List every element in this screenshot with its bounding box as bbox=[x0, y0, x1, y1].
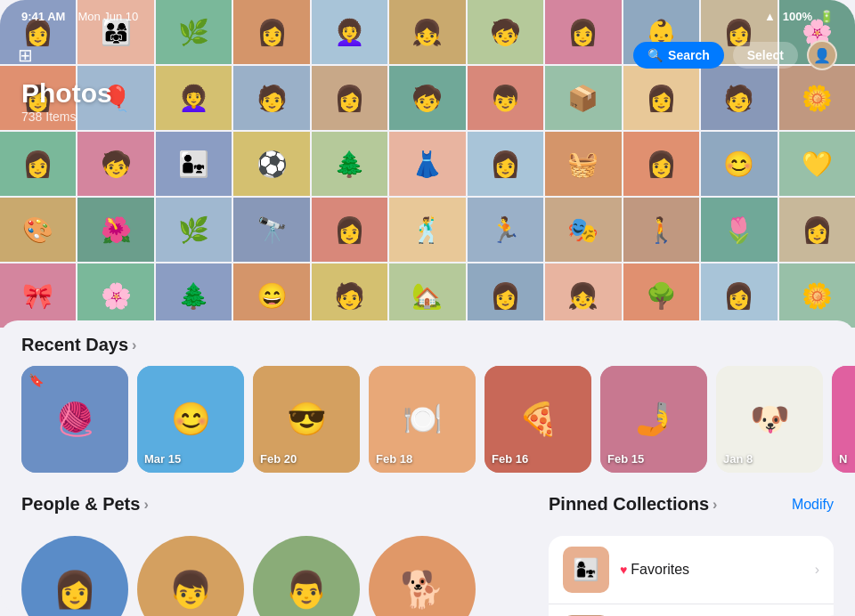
grid-view-button[interactable]: ⊞ bbox=[18, 45, 33, 66]
photo-cell[interactable]: 👧 bbox=[545, 263, 621, 328]
photo-cell[interactable]: 🚶 bbox=[623, 198, 699, 262]
people-pets-chevron: › bbox=[143, 497, 148, 513]
photo-cell[interactable]: 🧑 bbox=[312, 263, 387, 328]
person-item[interactable]: 🐕 Tyl... bbox=[369, 536, 476, 616]
avatar[interactable]: 👤 bbox=[807, 40, 837, 70]
photo-cell[interactable]: 👩 bbox=[779, 198, 855, 262]
pinned-collections-header: Pinned Collections › Modify bbox=[549, 494, 834, 525]
day-card[interactable]: 🎵 N bbox=[832, 366, 855, 473]
day-label: Feb 20 bbox=[260, 452, 297, 466]
bottom-section: Recent Days › 🧶 🔖 😊 Mar 15 😎 Feb 20 🍽️ F… bbox=[0, 320, 855, 616]
photo-cell[interactable]: 🌿 bbox=[156, 198, 232, 262]
person-item[interactable]: 👦 Gi... bbox=[137, 536, 244, 616]
people-pets-header: People & Pets › bbox=[21, 494, 534, 525]
pinned-item-title: ♥Favorites bbox=[620, 562, 804, 578]
day-card[interactable]: 🍽️ Feb 18 bbox=[369, 366, 476, 473]
person-item[interactable]: 👨 Dav... bbox=[253, 536, 360, 616]
person-card[interactable]: 👨 bbox=[253, 536, 360, 616]
status-left: 9:41 AM Mon Jun 10 bbox=[21, 10, 138, 23]
battery-percent: 100% bbox=[783, 10, 812, 23]
photo-cell[interactable]: 🌸 bbox=[77, 263, 153, 328]
recent-days-chevron: › bbox=[132, 337, 136, 353]
photo-cell[interactable]: 👩 bbox=[468, 132, 543, 196]
pinned-list: 👩‍👧 ♥Favorites › 💾 Recently Saved › bbox=[549, 536, 834, 616]
photo-cell[interactable]: 👩 bbox=[468, 263, 543, 328]
photo-cell[interactable]: 👩 bbox=[0, 132, 76, 196]
photo-cell[interactable]: 🧒 bbox=[77, 132, 153, 196]
day-label: Feb 16 bbox=[492, 452, 528, 466]
search-label: Search bbox=[668, 48, 710, 62]
recent-days-scroll[interactable]: 🧶 🔖 😊 Mar 15 😎 Feb 20 🍽️ Feb 18 🍕 Feb 16… bbox=[0, 366, 855, 473]
two-col-section: People & Pets › 👩 👦 Gi... 👨 Dav... 🐕 Tyl… bbox=[0, 494, 855, 616]
people-pets-title[interactable]: People & Pets › bbox=[21, 494, 149, 515]
pinned-collections-chevron: › bbox=[712, 497, 717, 513]
day-card[interactable]: 🧶 🔖 bbox=[21, 366, 128, 473]
bookmark-icon: 🔖 bbox=[28, 373, 44, 387]
day-label: Jan 8 bbox=[723, 452, 753, 466]
photo-cell[interactable]: 🌺 bbox=[77, 198, 153, 262]
photo-cell[interactable]: 🎭 bbox=[545, 198, 621, 262]
day-card[interactable]: 😊 Mar 15 bbox=[137, 366, 244, 473]
photo-cell[interactable]: 🎨 bbox=[0, 198, 76, 262]
photo-cell[interactable]: 🌷 bbox=[701, 198, 777, 262]
search-icon: 🔍 bbox=[647, 48, 663, 62]
photo-cell[interactable]: 😊 bbox=[701, 132, 777, 196]
photo-cell[interactable]: 👩 bbox=[312, 198, 387, 262]
photo-cell[interactable]: 🌼 bbox=[779, 263, 855, 328]
header-left: ⊞ bbox=[18, 45, 33, 66]
status-date: Mon Jun 10 bbox=[77, 10, 138, 23]
battery-icon: 🔋 bbox=[819, 10, 834, 23]
photo-cell[interactable]: 🏡 bbox=[389, 263, 465, 328]
pinned-collections-label: Pinned Collections bbox=[549, 494, 709, 515]
status-right: ▲ 100% 🔋 bbox=[764, 10, 834, 23]
title-area: Photos 738 Items bbox=[21, 78, 112, 125]
day-label: Feb 15 bbox=[607, 452, 644, 466]
photo-cell[interactable]: 👩 bbox=[623, 132, 699, 196]
photo-cell[interactable]: 🎀 bbox=[0, 263, 76, 328]
photo-cell[interactable]: 🔭 bbox=[233, 198, 309, 262]
wifi-icon: ▲ bbox=[764, 10, 776, 23]
day-label: Mar 15 bbox=[144, 452, 181, 466]
pinned-thumb: 👩‍👧 bbox=[563, 547, 609, 593]
people-grid: 👩 👦 Gi... 👨 Dav... 🐕 Tyl... bbox=[21, 536, 534, 616]
pinned-collections-section: Pinned Collections › Modify 👩‍👧 ♥Favorit… bbox=[549, 494, 834, 616]
photo-cell[interactable]: 🌲 bbox=[156, 263, 232, 328]
item-count: 738 Items bbox=[21, 109, 76, 124]
chevron-icon: › bbox=[815, 562, 819, 578]
day-label: N bbox=[839, 452, 847, 466]
photo-cell[interactable]: ⚽ bbox=[233, 132, 309, 196]
pinned-collections-title[interactable]: Pinned Collections › bbox=[549, 494, 717, 515]
day-label: Feb 18 bbox=[376, 452, 412, 466]
people-pets-section: People & Pets › 👩 👦 Gi... 👨 Dav... 🐕 Tyl… bbox=[21, 494, 534, 616]
recent-days-title[interactable]: Recent Days › bbox=[21, 335, 136, 355]
header-bar: ⊞ 🔍 Search Select 👤 bbox=[0, 32, 855, 78]
photo-cell[interactable]: 💛 bbox=[779, 132, 855, 196]
select-button[interactable]: Select bbox=[733, 42, 798, 69]
page-title: Photos bbox=[21, 78, 112, 109]
modify-button[interactable]: Modify bbox=[792, 497, 834, 513]
person-item[interactable]: 👩 bbox=[21, 536, 128, 616]
photo-cell[interactable]: 🌳 bbox=[623, 263, 699, 328]
photo-cell[interactable]: 👗 bbox=[389, 132, 465, 196]
photo-cell[interactable]: 👨‍👧 bbox=[156, 132, 232, 196]
pinned-item[interactable]: 💾 Recently Saved › bbox=[549, 604, 834, 616]
recent-days-label: Recent Days bbox=[21, 335, 128, 355]
heart-icon: ♥ bbox=[620, 563, 627, 577]
pinned-item[interactable]: 👩‍👧 ♥Favorites › bbox=[549, 536, 834, 604]
person-card[interactable]: 🐕 bbox=[369, 536, 476, 616]
person-card[interactable]: 👩 bbox=[21, 536, 128, 616]
day-card[interactable]: 🐶 Jan 8 bbox=[716, 366, 823, 473]
search-button[interactable]: 🔍 Search bbox=[633, 42, 724, 69]
recent-days-header: Recent Days › bbox=[0, 335, 855, 355]
photo-cell[interactable]: 🧺 bbox=[545, 132, 621, 196]
day-card[interactable]: 🤳 Feb 15 bbox=[600, 366, 707, 473]
day-card[interactable]: 😎 Feb 20 bbox=[253, 366, 360, 473]
header-right: 🔍 Search Select 👤 bbox=[633, 40, 837, 70]
photo-cell[interactable]: 🏃 bbox=[468, 198, 543, 262]
photo-cell[interactable]: 👩 bbox=[701, 263, 777, 328]
photo-cell[interactable]: 😄 bbox=[233, 263, 309, 328]
photo-cell[interactable]: 🕺 bbox=[389, 198, 465, 262]
day-card[interactable]: 🍕 Feb 16 bbox=[484, 366, 591, 473]
person-card[interactable]: 👦 bbox=[137, 536, 244, 616]
photo-cell[interactable]: 🌲 bbox=[312, 132, 387, 196]
